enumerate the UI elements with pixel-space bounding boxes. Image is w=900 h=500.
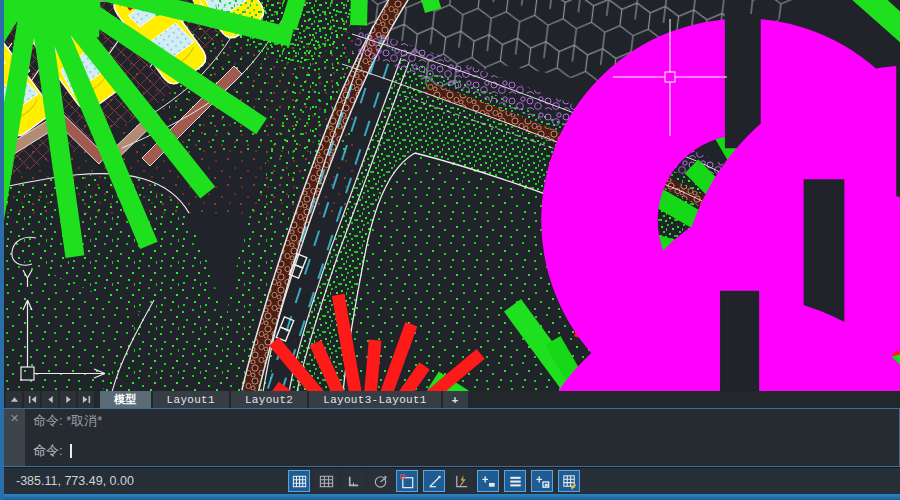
drawing-canvas [4, 0, 900, 391]
ortho-toggle[interactable] [342, 470, 364, 492]
drawing-viewport[interactable] [4, 0, 900, 391]
layouts-up-button[interactable] [6, 391, 22, 408]
tab-add-layout[interactable]: + [443, 391, 468, 408]
layouts-prev-button[interactable] [42, 391, 58, 408]
command-history[interactable]: 命令: *取消* 命令: [25, 409, 899, 466]
text-cursor [70, 444, 72, 458]
command-line-toggle[interactable] [504, 470, 526, 492]
command-prompt-label: 命令: [33, 442, 63, 460]
layout-tabs: 模型Layout1Layout2Layout3-Layout1+ [100, 391, 468, 408]
selection-cycling-toggle[interactable] [558, 470, 580, 492]
quick-properties-toggle[interactable] [531, 470, 553, 492]
lineweight-toggle[interactable] [477, 470, 499, 492]
close-command-panel-icon[interactable]: ✕ [10, 413, 19, 466]
window-bottom-border [4, 494, 900, 500]
dynamic-input-toggle[interactable] [450, 470, 472, 492]
cursor-coordinates: -385.11, 773.49, 0.00 [4, 474, 152, 488]
layouts-last-button[interactable] [78, 391, 94, 408]
layouts-next-button[interactable] [60, 391, 76, 408]
snap-toggle[interactable] [288, 470, 310, 492]
layouts-first-button[interactable] [24, 391, 40, 408]
tab-layout3-layout1[interactable]: Layout3-Layout1 [309, 391, 441, 408]
grid-display-toggle[interactable] [315, 470, 337, 492]
tab-layout2[interactable]: Layout2 [231, 391, 307, 408]
cad-application-window: 模型Layout1Layout2Layout3-Layout1+ ✕ 命令: *… [0, 0, 900, 500]
command-line-panel: ✕ 命令: *取消* 命令: [4, 408, 900, 467]
object-snap-tracking-toggle[interactable] [423, 470, 445, 492]
status-bar: -385.11, 773.49, 0.00 [4, 467, 900, 494]
layout-nav-buttons [4, 391, 94, 408]
command-history-line: 命令: *取消* [33, 412, 891, 430]
layout-tab-bar: 模型Layout1Layout2Layout3-Layout1+ [4, 391, 900, 408]
command-prompt-line[interactable]: 命令: [33, 442, 891, 460]
polar-tracking-toggle[interactable] [369, 470, 391, 492]
command-panel-gutter: ✕ [4, 409, 25, 466]
tab-layout1[interactable]: Layout1 [153, 391, 229, 408]
object-snap-toggle[interactable] [396, 470, 418, 492]
tab-model[interactable]: 模型 [100, 391, 151, 408]
status-toggles [288, 470, 580, 492]
